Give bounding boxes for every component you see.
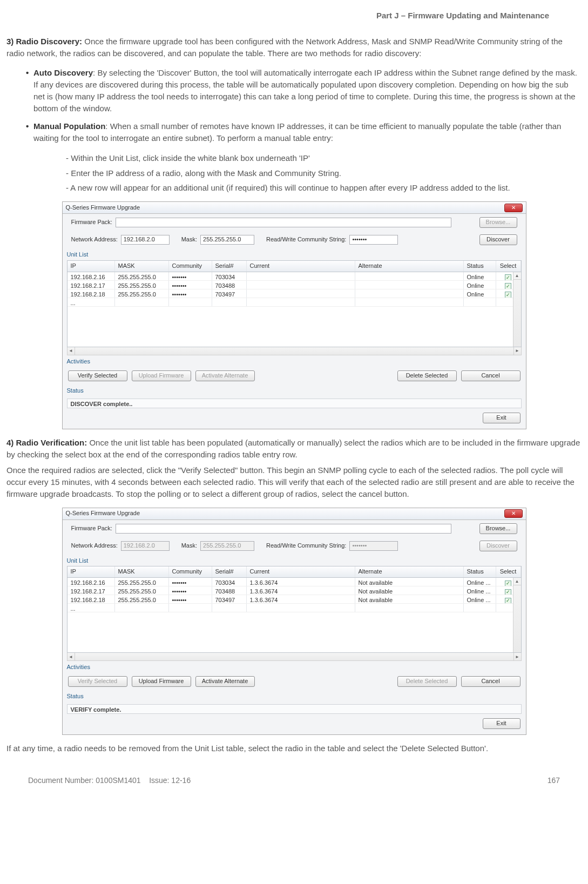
cell — [355, 604, 464, 612]
cell: ••••••• — [169, 578, 212, 586]
scroll-left-icon[interactable]: ◄ — [67, 347, 75, 355]
activate-alternate-button: Activate Alternate — [195, 370, 255, 381]
auto-discovery-title: Auto Discovery — [33, 68, 93, 77]
network-address-input[interactable]: 192.168.2.0 — [121, 235, 170, 245]
col-serial: Serial# — [212, 566, 247, 577]
col-select: Select — [496, 261, 521, 272]
exit-button[interactable]: Exit — [483, 718, 521, 729]
cell: 703034 — [212, 578, 247, 586]
select-checkbox[interactable]: ✓ — [505, 292, 511, 298]
network-address-input: 192.168.2.0 — [121, 541, 170, 551]
cell: 703488 — [212, 586, 247, 595]
col-community: Community — [169, 566, 212, 577]
scroll-right-icon[interactable]: ► — [513, 347, 521, 355]
cell — [169, 604, 212, 612]
table-row[interactable]: ... — [67, 604, 521, 612]
screenshot-discover: Q-Series Firmware Upgrade ✕ Firmware Pac… — [6, 201, 582, 429]
status-label: Status — [63, 384, 526, 396]
cell — [355, 281, 464, 289]
firmware-pack-label: Firmware Pack: — [71, 524, 112, 533]
col-status: Status — [464, 261, 496, 272]
status-text: DISCOVER complete.. — [67, 399, 522, 408]
cell — [355, 289, 464, 298]
cell: ••••••• — [169, 595, 212, 603]
col-alternate: Alternate — [355, 261, 464, 272]
select-checkbox[interactable]: ✓ — [505, 598, 511, 604]
cell: ••••••• — [169, 289, 212, 298]
cell — [355, 298, 464, 306]
cell — [247, 272, 355, 280]
vertical-scrollbar[interactable]: ▲ — [513, 578, 521, 652]
mask-input[interactable]: 255.255.255.0 — [200, 235, 254, 245]
table-row[interactable]: 192.168.2.17255.255.255.0•••••••703488On… — [67, 281, 521, 289]
table-row[interactable]: 192.168.2.16255.255.255.0•••••••7030341.… — [67, 578, 521, 586]
delete-selected-button: Delete Selected — [397, 676, 457, 687]
sec3-intro: 3) Radio Discovery: Once the firmware up… — [6, 36, 582, 59]
table-row[interactable]: 192.168.2.18255.255.255.0•••••••7034971.… — [67, 595, 521, 604]
cell: 255.255.255.0 — [115, 272, 169, 280]
cell: Online — [464, 281, 496, 289]
scroll-left-icon[interactable]: ◄ — [67, 653, 75, 660]
cell — [115, 298, 169, 306]
sec3-intro-text: Once the firmware upgrade tool has been … — [6, 37, 563, 58]
select-checkbox[interactable]: ✓ — [505, 274, 511, 280]
discover-button[interactable]: Discover — [479, 234, 517, 245]
cell: 1.3.6.3674 — [247, 595, 355, 603]
community-string-input[interactable]: ••••••• — [349, 235, 398, 245]
verify-selected-button[interactable]: Verify Selected — [68, 370, 127, 381]
cell: ••••••• — [169, 281, 212, 289]
footer-docnum: Document Number: 0100SM1401 — [28, 776, 141, 785]
verify-selected-button: Verify Selected — [68, 676, 127, 687]
close-icon[interactable]: ✕ — [504, 509, 523, 518]
exit-button[interactable]: Exit — [483, 413, 521, 423]
dash-step-2: - Enter the IP address of a radio, along… — [66, 167, 582, 179]
footer-issue: Issue: 12-16 — [149, 776, 191, 785]
network-address-label: Network Address: — [71, 235, 118, 244]
scroll-right-icon[interactable]: ► — [513, 653, 521, 660]
grid-header: IP MASK Community Serial# Current Altern… — [67, 261, 521, 272]
cancel-button[interactable]: Cancel — [461, 370, 521, 381]
cell — [247, 289, 355, 298]
bullet-auto-discovery: Auto Discovery: By selecting the 'Discov… — [33, 67, 582, 114]
community-string-label: Read/Write Community String: — [266, 542, 346, 550]
select-checkbox[interactable]: ✓ — [505, 589, 511, 595]
table-row[interactable]: 192.168.2.18255.255.255.0•••••••703497On… — [67, 289, 521, 298]
bullet-manual-population: Manual Population: When a small number o… — [33, 120, 582, 144]
browse-button[interactable]: Browse... — [479, 217, 517, 228]
cell — [464, 604, 496, 612]
activate-alternate-button[interactable]: Activate Alternate — [195, 676, 255, 687]
cell: ••••••• — [169, 272, 212, 280]
table-row[interactable]: 192.168.2.17255.255.255.0•••••••7034881.… — [67, 586, 521, 595]
auto-discovery-text: : By selecting the 'Discover' Button, th… — [33, 68, 577, 112]
grid-header: IP MASK Community Serial# Current Altern… — [67, 566, 521, 578]
cell — [355, 272, 464, 280]
cell: ... — [67, 298, 115, 306]
horizontal-scrollbar[interactable]: ◄► — [67, 653, 522, 661]
table-row[interactable]: ... — [67, 298, 521, 307]
cell: ... — [67, 604, 115, 612]
cell: 255.255.255.0 — [115, 289, 169, 298]
close-icon[interactable]: ✕ — [504, 204, 523, 212]
cell: 703034 — [212, 272, 247, 280]
firmware-pack-input[interactable] — [116, 524, 451, 534]
delete-selected-button[interactable]: Delete Selected — [397, 370, 457, 381]
discover-button: Discover — [479, 541, 517, 551]
upload-firmware-button[interactable]: Upload Firmware — [132, 676, 191, 687]
table-row[interactable]: 192.168.2.16255.255.255.0•••••••703034On… — [67, 272, 521, 281]
cancel-button[interactable]: Cancel — [461, 676, 521, 687]
scroll-up-icon[interactable]: ▲ — [513, 578, 521, 585]
col-ip: IP — [67, 261, 115, 272]
col-select: Select — [496, 566, 521, 577]
vertical-scrollbar[interactable]: ▲ — [513, 272, 521, 347]
browse-button[interactable]: Browse... — [479, 523, 517, 534]
select-checkbox[interactable]: ✓ — [505, 581, 511, 586]
unit-list-label: Unit List — [63, 248, 526, 260]
firmware-pack-input[interactable] — [116, 218, 451, 227]
scroll-up-icon[interactable]: ▲ — [513, 272, 521, 280]
firmware-pack-label: Firmware Pack: — [71, 218, 112, 227]
select-checkbox[interactable]: ✓ — [505, 283, 511, 289]
horizontal-scrollbar[interactable]: ◄► — [67, 347, 522, 355]
cell: 703497 — [212, 595, 247, 603]
mask-label: Mask: — [181, 235, 197, 244]
upload-firmware-button: Upload Firmware — [132, 370, 191, 381]
